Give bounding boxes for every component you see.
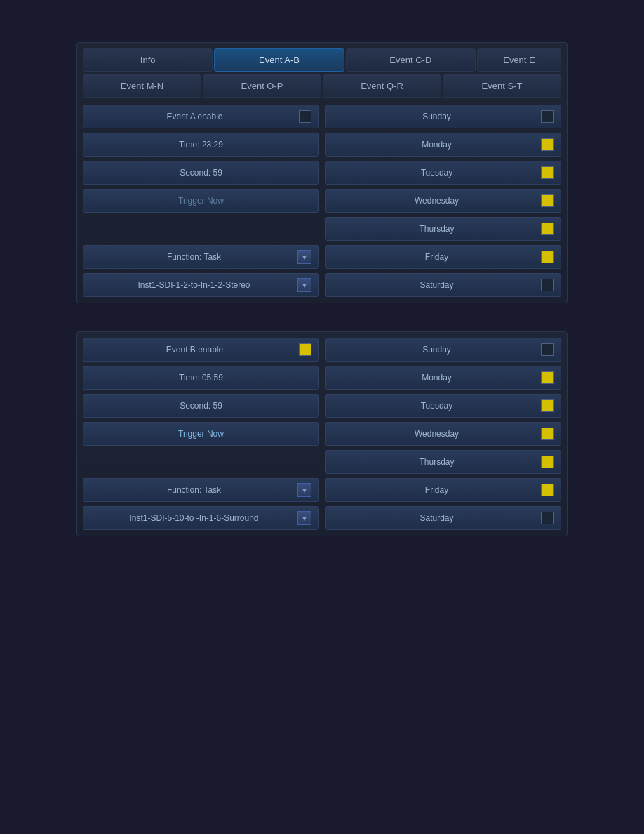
- tab-event-mn[interactable]: Event M-N: [83, 74, 201, 98]
- event-b-friday[interactable]: Friday: [325, 478, 561, 502]
- event-b-trigger[interactable]: Trigger Now: [83, 422, 319, 446]
- event-a-time-label: Time: 23:29: [179, 140, 223, 150]
- event-b-monday-checkbox[interactable]: [541, 371, 554, 384]
- event-a-instrument-dropdown[interactable]: Inst1-SDI-1-2-to-In-1-2-Stereo ▼: [83, 273, 319, 297]
- event-a-spacer: [83, 217, 319, 241]
- event-b-saturday[interactable]: Saturday: [325, 506, 561, 530]
- tab-event-e[interactable]: Event E: [477, 48, 561, 72]
- event-b-saturday-checkbox[interactable]: [541, 512, 554, 524]
- event-a-wednesday-label: Wednesday: [333, 196, 541, 206]
- event-a-wednesday-checkbox[interactable]: [541, 194, 554, 207]
- event-a-friday-checkbox[interactable]: [541, 251, 554, 263]
- event-a-enable-row[interactable]: Event A enable: [83, 105, 319, 128]
- event-b-wednesday-label: Wednesday: [333, 429, 541, 439]
- event-a-wednesday[interactable]: Wednesday: [325, 189, 561, 213]
- event-b-enable-checkbox[interactable]: [299, 343, 311, 356]
- event-a-enable-checkbox[interactable]: [299, 110, 311, 123]
- event-a-thursday[interactable]: Thursday: [325, 217, 561, 241]
- event-a-trigger[interactable]: Trigger Now: [83, 189, 319, 213]
- event-b-enable-row[interactable]: Event B enable: [83, 338, 319, 362]
- event-a-saturday[interactable]: Saturday: [325, 273, 561, 297]
- event-a-tuesday-label: Tuesday: [333, 168, 541, 178]
- event-a-second[interactable]: Second: 59: [83, 161, 319, 185]
- event-b-tuesday-label: Tuesday: [333, 401, 541, 411]
- event-b-sunday-label: Sunday: [333, 345, 541, 355]
- event-a-sunday-checkbox[interactable]: [541, 110, 554, 123]
- event-a-monday-checkbox[interactable]: [541, 138, 554, 151]
- event-a-friday[interactable]: Friday: [325, 245, 561, 269]
- event-b-function-dropdown[interactable]: Function: Task ▼: [83, 478, 319, 502]
- tab-event-ab[interactable]: Event A-B: [214, 48, 344, 72]
- event-b-sunday[interactable]: Sunday: [325, 338, 561, 362]
- event-a-monday-label: Monday: [333, 140, 541, 150]
- event-b-panel: Event B enable Time: 05:59 Second: 59 Tr…: [76, 331, 568, 536]
- event-a-second-label: Second: 59: [180, 168, 222, 178]
- tab-event-cd[interactable]: Event C-D: [346, 48, 476, 72]
- event-a-sunday-label: Sunday: [333, 112, 541, 121]
- event-a-saturday-label: Saturday: [333, 280, 541, 290]
- event-b-time-label: Time: 05:59: [179, 373, 223, 383]
- event-b-thursday-checkbox[interactable]: [541, 456, 554, 468]
- tab-info[interactable]: Info: [83, 48, 213, 72]
- event-b-wednesday-checkbox[interactable]: [541, 428, 554, 440]
- tab-event-qr[interactable]: Event Q-R: [323, 74, 441, 98]
- event-a-trigger-label: Trigger Now: [178, 196, 224, 206]
- event-a-function-arrow[interactable]: ▼: [297, 250, 311, 264]
- event-b-friday-label: Friday: [333, 485, 541, 495]
- tab-event-st[interactable]: Event S-T: [443, 74, 561, 98]
- event-a-time[interactable]: Time: 23:29: [83, 133, 319, 157]
- event-b-wednesday[interactable]: Wednesday: [325, 422, 561, 446]
- tab-row-2: Event M-N Event O-P Event Q-R Event S-T: [83, 74, 561, 98]
- event-b-thursday[interactable]: Thursday: [325, 450, 561, 474]
- event-b-second[interactable]: Second: 59: [83, 394, 319, 418]
- event-a-tuesday-checkbox[interactable]: [541, 166, 554, 179]
- event-a-function-label: Function: Task: [90, 252, 297, 262]
- event-b-trigger-label: Trigger Now: [178, 429, 224, 439]
- event-a-instrument-label: Inst1-SDI-1-2-to-In-1-2-Stereo: [90, 280, 297, 290]
- event-a-friday-label: Friday: [333, 252, 541, 262]
- event-b-friday-checkbox[interactable]: [541, 484, 554, 496]
- event-a-tuesday[interactable]: Tuesday: [325, 161, 561, 185]
- event-b-content: Event B enable Time: 05:59 Second: 59 Tr…: [83, 338, 561, 530]
- event-a-monday[interactable]: Monday: [325, 133, 561, 157]
- event-a-instrument-arrow[interactable]: ▼: [297, 278, 311, 292]
- event-b-instrument-arrow[interactable]: ▼: [297, 511, 311, 525]
- event-b-enable-label: Event B enable: [90, 345, 299, 355]
- event-a-enable-label: Event A enable: [90, 112, 299, 121]
- event-b-thursday-label: Thursday: [333, 457, 541, 467]
- event-b-instrument-dropdown[interactable]: Inst1-SDI-5-10-to -In-1-6-Surround ▼: [83, 506, 319, 530]
- event-b-function-label: Function: Task: [90, 485, 297, 495]
- event-a-content: Event A enable Time: 23:29 Second: 59 Tr…: [83, 105, 561, 297]
- event-a-sunday[interactable]: Sunday: [325, 105, 561, 128]
- tab-row-1: Info Event A-B Event C-D Event E: [83, 48, 561, 72]
- event-a-function-dropdown[interactable]: Function: Task ▼: [83, 245, 319, 269]
- event-b-tuesday-checkbox[interactable]: [541, 399, 554, 412]
- event-b-left: Event B enable Time: 05:59 Second: 59 Tr…: [83, 338, 319, 530]
- event-b-second-label: Second: 59: [180, 401, 222, 411]
- event-a-saturday-checkbox[interactable]: [541, 279, 554, 291]
- event-b-saturday-label: Saturday: [333, 513, 541, 523]
- event-b-monday-label: Monday: [333, 373, 541, 383]
- event-b-spacer: [83, 450, 319, 474]
- event-b-time[interactable]: Time: 05:59: [83, 366, 319, 390]
- main-panel: Info Event A-B Event C-D Event E Event M…: [76, 42, 568, 303]
- event-a-thursday-label: Thursday: [333, 224, 541, 234]
- event-a-left: Event A enable Time: 23:29 Second: 59 Tr…: [83, 105, 319, 297]
- event-b-instrument-label: Inst1-SDI-5-10-to -In-1-6-Surround: [90, 513, 297, 523]
- event-b-tuesday[interactable]: Tuesday: [325, 394, 561, 418]
- event-a-thursday-checkbox[interactable]: [541, 223, 554, 235]
- event-b-monday[interactable]: Monday: [325, 366, 561, 390]
- event-b-sunday-checkbox[interactable]: [541, 343, 554, 356]
- event-a-right: Sunday Monday Tuesday Wednesday Thursday: [325, 105, 561, 297]
- event-b-function-arrow[interactable]: ▼: [297, 483, 311, 497]
- tab-event-op[interactable]: Event O-P: [203, 74, 321, 98]
- event-b-right: Sunday Monday Tuesday Wednesday Thursday: [325, 338, 561, 530]
